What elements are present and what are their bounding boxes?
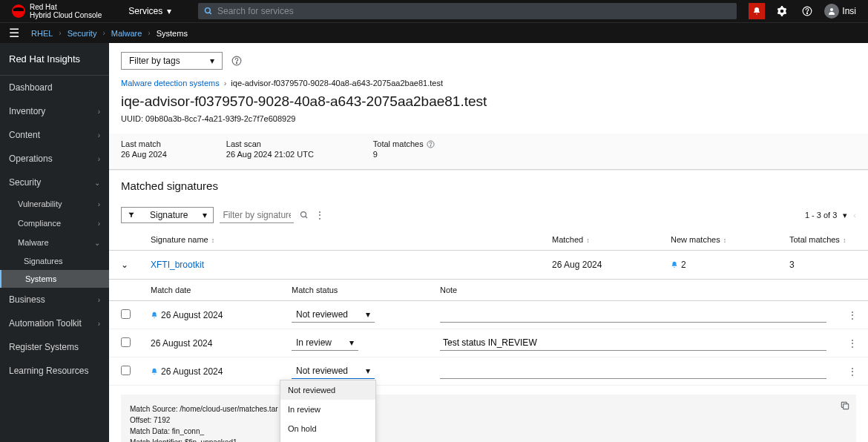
search-button[interactable] bbox=[300, 211, 309, 220]
sidebar-item-malware[interactable]: Malware⌄ bbox=[0, 233, 109, 252]
svg-line-10 bbox=[306, 217, 308, 219]
chevron-right-icon: › bbox=[102, 29, 105, 37]
settings-button[interactable] bbox=[774, 3, 790, 19]
copy-button[interactable] bbox=[840, 400, 850, 411]
note-input[interactable] bbox=[440, 335, 826, 351]
sidebar-item-security[interactable]: Security⌄ bbox=[0, 171, 109, 194]
col-signature-name[interactable]: Signature name↕ bbox=[151, 235, 552, 244]
note-input[interactable] bbox=[440, 307, 826, 323]
hamburger-menu[interactable]: ☰ bbox=[9, 26, 19, 40]
gear-icon bbox=[777, 6, 787, 16]
match-checkbox[interactable] bbox=[121, 309, 131, 319]
sidebar-item-register[interactable]: Register Systems bbox=[0, 335, 109, 359]
svg-point-4 bbox=[830, 8, 833, 11]
signature-search-input[interactable] bbox=[220, 208, 294, 223]
pagination-dropdown[interactable]: ▾ bbox=[843, 211, 847, 220]
match-checkbox[interactable] bbox=[121, 337, 131, 347]
notifications-button[interactable] bbox=[749, 3, 765, 19]
col-total-matches[interactable]: Total matches↕ bbox=[789, 235, 856, 244]
caret-down-icon: ▾ bbox=[349, 337, 354, 348]
sidebar-item-signatures[interactable]: Signatures bbox=[0, 252, 109, 270]
chevron-down-icon: ⌄ bbox=[94, 179, 100, 187]
match-row: 26 August 2024 Not reviewed▾ ⋮ bbox=[109, 301, 868, 329]
match-date: 26 August 2024 bbox=[151, 310, 292, 320]
filter-by-tags-dropdown[interactable]: Filter by tags ▾ bbox=[121, 52, 223, 70]
row-kebab-menu[interactable]: ⋮ bbox=[847, 366, 856, 377]
status-dropdown[interactable]: Not reviewed▾ bbox=[292, 363, 375, 379]
col-match-status: Match status bbox=[292, 286, 440, 294]
col-match-date: Match date bbox=[151, 286, 292, 294]
info-icon[interactable] bbox=[427, 140, 435, 148]
signature-link[interactable]: XFTI_brootkit bbox=[151, 260, 552, 270]
user-menu[interactable]: Insi bbox=[824, 3, 856, 19]
sidebar-item-content[interactable]: Content› bbox=[0, 123, 109, 147]
status-option-on-hold[interactable]: On hold bbox=[280, 419, 375, 438]
match-date: 26 August 2024 bbox=[151, 338, 292, 349]
sidebar-title: Red Hat Insights bbox=[0, 43, 109, 76]
sidebar-item-learning[interactable]: Learning Resources bbox=[0, 359, 109, 383]
uuid-label: UUID: 09b80a3b-8cc7-4a21-93f9-2c7f7e6089… bbox=[109, 114, 868, 133]
svg-point-8 bbox=[430, 145, 431, 146]
expand-toggle[interactable]: ⌄ bbox=[121, 260, 151, 270]
chevron-right-icon: › bbox=[224, 79, 227, 88]
breadcrumb-malware[interactable]: Malware bbox=[111, 29, 142, 38]
breadcrumb-security[interactable]: Security bbox=[68, 29, 97, 38]
sidebar-item-dashboard[interactable]: Dashboard bbox=[0, 76, 109, 99]
caret-down-icon: ▾ bbox=[210, 56, 214, 66]
note-input[interactable] bbox=[440, 363, 826, 379]
svg-rect-11 bbox=[844, 404, 849, 409]
sidebar-item-vulnerability[interactable]: Vulnerability› bbox=[0, 194, 109, 214]
pagination-prev[interactable]: ‹ bbox=[853, 211, 856, 220]
chevron-right-icon: › bbox=[98, 296, 100, 304]
search-icon bbox=[204, 7, 213, 16]
col-note: Note bbox=[440, 286, 826, 294]
caret-down-icon: ▾ bbox=[366, 366, 370, 376]
top-header: Red Hat Hybrid Cloud Console Services ▾ … bbox=[0, 0, 868, 22]
col-new-matches[interactable]: New matches↕ bbox=[671, 235, 789, 244]
breadcrumb-rhel[interactable]: RHEL bbox=[31, 29, 53, 38]
filter-icon bbox=[128, 211, 135, 219]
pagination: 1 - 3 of 3 ▾ ‹ bbox=[805, 211, 856, 220]
signature-filter-dropdown[interactable]: Signature ▾ bbox=[121, 207, 214, 223]
toolbar-kebab-menu[interactable]: ⋮ bbox=[315, 209, 323, 221]
status-option-in-review[interactable]: In review bbox=[280, 400, 375, 419]
match-details-code: Match Source: /home/cloud-user/matches.t… bbox=[121, 395, 856, 442]
status-option-not-reviewed[interactable]: Not reviewed bbox=[280, 380, 375, 400]
help-button[interactable] bbox=[799, 3, 815, 19]
help-icon[interactable] bbox=[231, 56, 242, 66]
copy-icon bbox=[840, 400, 850, 411]
row-kebab-menu[interactable]: ⋮ bbox=[847, 337, 856, 349]
sidebar-item-operations[interactable]: Operations› bbox=[0, 147, 109, 171]
chevron-right-icon: › bbox=[98, 220, 100, 228]
global-search[interactable] bbox=[198, 3, 737, 19]
sidebar-item-compliance[interactable]: Compliance› bbox=[0, 214, 109, 233]
status-dropdown-menu: Not reviewed In review On hold Benign - … bbox=[280, 380, 376, 442]
row-kebab-menu[interactable]: ⋮ bbox=[847, 309, 856, 321]
col-matched[interactable]: Matched↕ bbox=[552, 235, 671, 244]
breadcrumb-current: Systems bbox=[157, 29, 188, 38]
status-dropdown[interactable]: Not reviewed▾ bbox=[292, 307, 375, 323]
chevron-right-icon: › bbox=[98, 320, 100, 328]
bell-icon bbox=[671, 261, 678, 268]
match-checkbox[interactable] bbox=[121, 366, 131, 375]
sidebar-item-systems[interactable]: Systems bbox=[0, 270, 109, 288]
chevron-right-icon: › bbox=[148, 29, 150, 37]
sidebar-item-inventory[interactable]: Inventory› bbox=[0, 99, 109, 123]
sidebar-item-automation[interactable]: Automation Toolkit› bbox=[0, 311, 109, 335]
bell-icon bbox=[752, 7, 761, 16]
section-title: Matched signatures bbox=[109, 171, 868, 201]
stat-last-match: Last match 26 Aug 2024 bbox=[121, 139, 167, 159]
services-dropdown[interactable]: Services ▾ bbox=[128, 6, 171, 16]
brand-logo[interactable]: Red Hat Hybrid Cloud Console bbox=[12, 3, 102, 19]
page-title: iqe-advisor-f0379570-9028-40a8-a643-2075… bbox=[109, 93, 868, 114]
search-input[interactable] bbox=[217, 6, 731, 16]
signatures-table: Signature name↕ Matched↕ New matches↕ To… bbox=[109, 229, 868, 442]
sidebar-item-business[interactable]: Business› bbox=[0, 288, 109, 311]
chevron-right-icon: › bbox=[98, 155, 100, 163]
status-option-benign[interactable]: Benign - not malicious malware bbox=[280, 438, 375, 442]
breadcrumb-malware-systems[interactable]: Malware detection systems bbox=[121, 79, 220, 88]
sort-icon: ↕ bbox=[211, 237, 215, 244]
chevron-right-icon: › bbox=[98, 108, 100, 116]
signature-detail: Match date Match status Note 26 August 2… bbox=[109, 280, 868, 442]
status-dropdown[interactable]: In review▾ bbox=[292, 335, 358, 351]
